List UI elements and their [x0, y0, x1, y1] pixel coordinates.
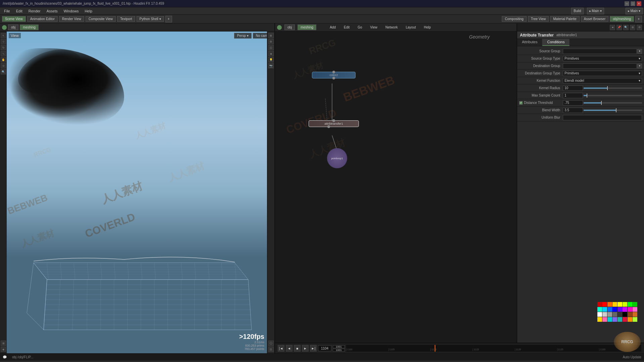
kernel-radius-input[interactable]	[563, 85, 583, 91]
color-swatch[interactable]	[618, 317, 622, 322]
timeline-prev[interactable]: ◄	[286, 345, 292, 352]
color-swatch[interactable]	[607, 317, 612, 322]
node-pointvop1[interactable]: pointvop1	[327, 148, 347, 168]
node-ctx-obj[interactable]: obj	[284, 24, 295, 30]
tool-scale[interactable]: ⤡	[1, 51, 6, 56]
tab-animation-editor[interactable]: Animation Editor	[27, 16, 58, 22]
tab-conditions[interactable]: Conditions	[542, 39, 570, 46]
max-sample-count-handle[interactable]	[587, 94, 587, 98]
distance-threshold-slider[interactable]	[584, 102, 642, 104]
uniform-blur-input[interactable]	[563, 115, 642, 120]
color-swatch[interactable]	[628, 312, 632, 317]
prop-kernel-radius-value[interactable]	[563, 85, 642, 91]
tab-attributes[interactable]: Attributes	[517, 39, 542, 46]
menu-edit[interactable]: Edit	[13, 8, 25, 14]
source-group-type-dropdown[interactable]: Primitives▾	[563, 56, 642, 61]
context-meshing[interactable]: meshing	[20, 24, 39, 30]
tab-asset-browser[interactable]: Asset Browser	[581, 16, 608, 22]
distance-threshold-input[interactable]	[563, 100, 583, 106]
node-ctx-meshing[interactable]: meshing	[298, 24, 316, 30]
timeline-start[interactable]: |◄	[278, 345, 284, 352]
menu-windows[interactable]: Windows	[61, 8, 82, 14]
tab-obj-mesh[interactable]: obj/meshing	[610, 16, 634, 22]
viewport-maximize[interactable]: ⊞	[268, 33, 274, 38]
tool-zoom[interactable]: 🔍	[1, 69, 6, 74]
dest-group-type-dropdown[interactable]: Primitives▾	[563, 71, 642, 76]
tab-python-shell[interactable]: Python Shell ▾	[137, 16, 164, 22]
main-dropdown[interactable]: ▸ Main ▾	[587, 8, 604, 14]
color-swatch[interactable]	[607, 302, 612, 307]
prop-blend-width-value[interactable]	[563, 108, 642, 113]
color-swatch[interactable]	[602, 317, 607, 322]
tool-rotate[interactable]: ↻	[1, 45, 6, 50]
props-menu[interactable]: ⚙	[637, 25, 642, 30]
blend-width-handle[interactable]	[616, 108, 616, 112]
viewport-lighting[interactable]: 💡	[268, 57, 274, 62]
prop-source-group-value[interactable]: ▾	[563, 49, 642, 54]
props-search[interactable]: 🔍	[623, 25, 629, 30]
prop-source-group-type-value[interactable]: Primitives▾	[563, 56, 642, 61]
viewport-info[interactable]: ⓘ	[268, 341, 274, 346]
color-swatch[interactable]	[612, 317, 617, 322]
minimize-button[interactable]: ─	[625, 1, 629, 6]
prop-dest-group-value[interactable]: ▾	[563, 63, 642, 69]
props-expand[interactable]: ⊞	[630, 25, 635, 30]
build-button[interactable]: Build	[571, 8, 583, 14]
prop-max-sample-count-value[interactable]	[563, 93, 642, 98]
color-swatch[interactable]	[618, 302, 622, 307]
color-swatch[interactable]	[623, 317, 627, 322]
node-menu-edit[interactable]: Edit	[341, 25, 352, 30]
viewport-wireframe[interactable]: ◫	[268, 45, 274, 50]
color-swatch[interactable]	[628, 302, 632, 307]
color-swatch[interactable]	[623, 307, 627, 312]
color-swatch[interactable]	[633, 317, 637, 322]
distance-threshold-checkbox-group[interactable]: ✓ Distance Threshold	[519, 101, 560, 105]
node-menu-help[interactable]: Help	[421, 25, 434, 30]
viewport-snap-btn[interactable]: ⊡	[268, 347, 274, 352]
persp-button[interactable]: Persp ▾	[234, 33, 252, 39]
menu-assets[interactable]: Assets	[44, 8, 60, 14]
color-swatch[interactable]	[623, 312, 627, 317]
color-swatch[interactable]	[597, 317, 602, 322]
tab-composite-view[interactable]: Composite View	[86, 16, 116, 22]
timeline-play[interactable]: ►	[302, 345, 309, 352]
blend-width-slider[interactable]	[584, 110, 642, 111]
node-color2-output[interactable]	[332, 77, 335, 79]
add-tab2-button[interactable]: +	[635, 16, 642, 22]
color-swatch[interactable]	[597, 307, 602, 312]
viewport-solid[interactable]: ◈	[268, 51, 274, 56]
node-color2[interactable]: color2	[312, 72, 356, 78]
menu-help[interactable]: Help	[82, 8, 95, 14]
kernel-function-dropdown[interactable]: Elendt model▾	[563, 78, 642, 83]
dest-group-input[interactable]	[563, 63, 637, 69]
timeline-track[interactable]: 1100 1105 1110 1115 1120 1125 1130	[346, 345, 641, 352]
tab-render-view[interactable]: Render View	[59, 16, 84, 22]
tab-scene-view[interactable]: Scene View	[2, 16, 26, 22]
color-swatch[interactable]	[612, 307, 617, 312]
color-swatch[interactable]	[633, 312, 637, 317]
color-swatch[interactable]	[602, 307, 607, 312]
tool-transform[interactable]: ⊹	[1, 39, 6, 44]
color-swatch[interactable]	[633, 302, 637, 307]
color-swatch[interactable]	[618, 312, 622, 317]
color-swatch[interactable]	[612, 312, 617, 317]
kernel-radius-handle[interactable]	[607, 86, 608, 90]
tab-tree-view[interactable]: Tree View	[528, 16, 549, 22]
blend-width-input[interactable]	[563, 108, 583, 113]
color-swatch[interactable]	[628, 307, 632, 312]
distance-threshold-handle[interactable]	[601, 101, 602, 105]
main2-dropdown[interactable]: ▸ Main ▾	[626, 8, 643, 14]
maximize-button[interactable]: □	[631, 1, 635, 6]
tool-snap[interactable]: ⊞	[1, 341, 6, 346]
node-attrib-output[interactable]	[327, 125, 330, 128]
dest-group-expand[interactable]: ▾	[637, 64, 642, 68]
tool-pan[interactable]: ✋	[1, 57, 6, 62]
node-menu-network[interactable]: Network	[383, 25, 400, 30]
node-menu-add[interactable]: Add	[327, 25, 338, 30]
prop-distance-threshold-value[interactable]	[563, 100, 642, 106]
distance-threshold-checkbox[interactable]: ✓	[519, 101, 523, 105]
viewport-3d[interactable]: ↖ ⊹ ↻ ⤡ ✋ ⊙ 🔍 ⊞ ◈ RRCG 人人素材 人人素材 RRCG 人人…	[0, 32, 274, 353]
props-pin[interactable]: 📌	[616, 25, 622, 30]
color-swatch[interactable]	[607, 307, 612, 312]
tab-material-palette[interactable]: Material Palette	[550, 16, 579, 22]
